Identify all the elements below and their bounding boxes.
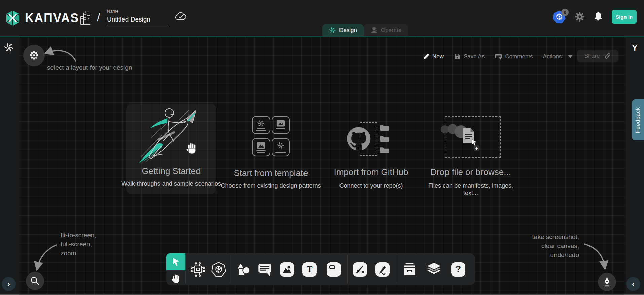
share-label: Share xyxy=(584,53,600,59)
comment-bubble-icon xyxy=(257,262,272,277)
component-tool[interactable] xyxy=(190,262,206,277)
save-as-label: Save As xyxy=(464,53,485,60)
chevron-down-icon xyxy=(568,55,573,58)
feedback-label: Feedback xyxy=(635,107,641,133)
tab-operate[interactable]: Operate xyxy=(364,24,408,36)
help-glyph: ? xyxy=(456,264,461,275)
name-field-label: Name xyxy=(107,9,168,14)
pencil-tool[interactable] xyxy=(375,262,390,277)
drawer-tool[interactable] xyxy=(401,262,418,277)
pencil-tile xyxy=(375,262,390,277)
design-name-group: Name xyxy=(107,9,168,26)
comments-button[interactable]: Comments xyxy=(495,53,533,60)
help-tool[interactable]: ? xyxy=(451,262,465,277)
feedback-tab[interactable]: Feedback xyxy=(632,99,644,140)
layout-flower-icon xyxy=(29,50,39,60)
header-right-group: 0 Sign In xyxy=(552,10,637,24)
zoom-button[interactable] xyxy=(26,272,44,290)
start-from-template-card[interactable] xyxy=(252,116,290,156)
pen-tool[interactable] xyxy=(353,262,367,277)
chevron-right-icon: › xyxy=(7,279,10,289)
template-tile-design-icon xyxy=(272,138,290,156)
note-icon xyxy=(329,264,339,275)
right-dock-strip: Y xyxy=(625,37,644,295)
tab-design[interactable]: Design xyxy=(322,24,364,36)
repo-folder-icon xyxy=(380,134,390,142)
dock-divider xyxy=(347,255,348,283)
canvas-actions-hint: take screenshot, clear canvas, undo/redo xyxy=(512,232,579,259)
sign-in-button[interactable]: Sign In xyxy=(612,10,637,24)
brand-name: KAΠVAS xyxy=(25,11,79,25)
import-from-github-title[interactable]: Import from GitHub xyxy=(326,167,417,177)
template-tile-image-icon xyxy=(272,116,290,134)
note-tool[interactable] xyxy=(327,262,341,277)
comment-tool[interactable] xyxy=(257,262,272,277)
text-tile: T xyxy=(302,262,317,277)
brand[interactable]: KAΠVAS xyxy=(5,9,79,27)
kubernetes-context-button[interactable]: 0 xyxy=(552,10,566,24)
pan-hand-icon xyxy=(171,272,181,283)
image-icon xyxy=(282,265,292,274)
start-from-template-subtitle: Choose from existing design patterns xyxy=(220,182,321,189)
plus-badge-icon: + xyxy=(473,145,480,151)
kubernetes-count-badge: 0 xyxy=(561,9,569,16)
pan-tool[interactable] xyxy=(166,270,185,285)
view-controls-hint: fit-to-screen, full-screen, zoom xyxy=(61,230,96,258)
hand-cursor-icon xyxy=(186,141,198,154)
new-design-button[interactable]: New xyxy=(423,53,444,60)
kubernetes-tool[interactable] xyxy=(211,261,227,278)
text-tool[interactable]: T xyxy=(302,262,317,277)
chevron-left-icon: ‹ xyxy=(632,279,635,289)
getting-started-subtitle: Walk-throughs and sample scenarios xyxy=(121,180,221,187)
text-tool-glyph: T xyxy=(307,264,312,275)
layout-selector-button[interactable] xyxy=(23,45,45,66)
notifications-bell-icon[interactable] xyxy=(594,11,603,22)
drawer-icon xyxy=(401,262,418,277)
share-button[interactable]: Share xyxy=(577,50,618,62)
component-chip-icon xyxy=(190,262,206,277)
rocket-illustration xyxy=(130,106,213,168)
design-spiral-icon xyxy=(329,27,336,34)
canvas-action-row: New Save As Comments Actions xyxy=(423,50,573,63)
zoom-in-magnifier-icon xyxy=(30,276,40,286)
floppy-save-icon xyxy=(454,53,461,60)
cloud-saved-icon xyxy=(174,11,188,22)
repo-folder-icon xyxy=(380,145,390,154)
drop-file-subtitle: Files can be manifests, images, text... xyxy=(420,182,521,197)
expand-left-panel-button[interactable]: › xyxy=(2,277,16,291)
actions-dropdown[interactable]: Actions xyxy=(543,53,573,60)
organization-icon[interactable] xyxy=(79,11,91,26)
settings-gear-icon[interactable] xyxy=(575,12,585,22)
drop-file-title[interactable]: Drop file or browse... xyxy=(425,167,516,177)
note-tile xyxy=(327,262,341,277)
comments-label: Comments xyxy=(505,53,533,60)
pen-tile xyxy=(353,262,367,277)
design-name-input[interactable] xyxy=(107,15,168,26)
view-controls-arrow xyxy=(32,241,62,273)
pencil-icon xyxy=(423,53,429,60)
new-label: New xyxy=(432,53,444,60)
pen-nib-icon xyxy=(602,277,612,287)
dock-divider xyxy=(185,255,186,283)
image-tool[interactable] xyxy=(280,262,294,277)
tool-dock: T xyxy=(166,253,475,285)
pen-actions-button[interactable] xyxy=(598,273,616,291)
dock-divider xyxy=(230,255,230,283)
tab-operate-label: Operate xyxy=(381,27,401,34)
tab-design-label: Design xyxy=(339,27,357,34)
breadcrumb-separator: / xyxy=(97,11,100,24)
select-cursor-icon xyxy=(171,257,181,267)
select-tool[interactable] xyxy=(166,253,185,270)
layers-tool[interactable] xyxy=(426,262,442,277)
app-header: KAΠVAS / Name Design Oper xyxy=(0,0,644,36)
github-octocat-icon[interactable] xyxy=(346,126,371,152)
shapes-tool[interactable] xyxy=(235,262,251,277)
layers-icon xyxy=(426,262,442,277)
help-tile: ? xyxy=(451,262,465,277)
shapes-dock-toggle-icon[interactable]: Y xyxy=(625,43,644,53)
save-as-button[interactable]: Save As xyxy=(454,53,485,60)
design-canvas[interactable]: Y select a layout for your design New xyxy=(0,36,644,295)
dock-divider xyxy=(396,255,396,283)
collapse-right-panel-button[interactable]: ‹ xyxy=(626,277,640,291)
left-dock-strip xyxy=(0,37,19,295)
